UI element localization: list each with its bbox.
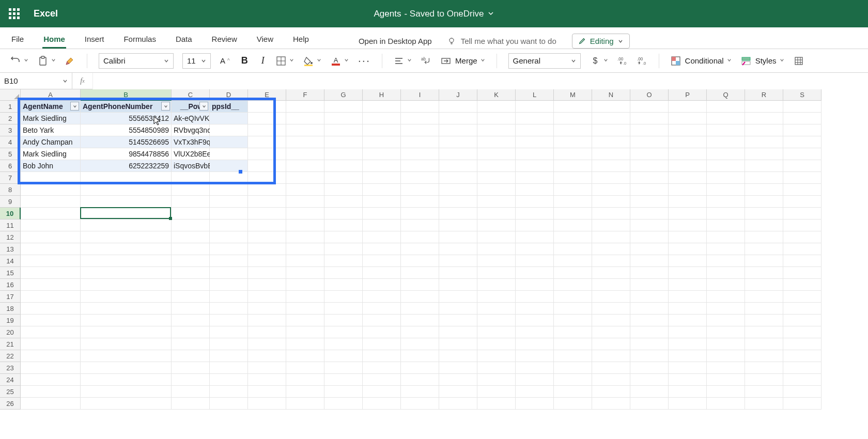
row-header-14[interactable]: 14 xyxy=(0,255,21,267)
cell[interactable] xyxy=(554,398,592,410)
cell[interactable] xyxy=(21,315,81,326)
cell[interactable] xyxy=(745,291,783,303)
cell[interactable] xyxy=(477,148,516,160)
cell[interactable] xyxy=(783,398,822,410)
cell[interactable] xyxy=(363,374,401,386)
cell[interactable] xyxy=(324,148,363,160)
cell[interactable]: AgentName xyxy=(21,101,81,113)
cell[interactable] xyxy=(248,386,286,398)
cell[interactable] xyxy=(21,303,81,315)
cell[interactable] xyxy=(81,326,172,338)
cell[interactable] xyxy=(592,208,630,220)
cell[interactable] xyxy=(630,172,669,184)
cell[interactable] xyxy=(401,326,439,338)
cell[interactable] xyxy=(439,291,477,303)
cell[interactable] xyxy=(401,350,439,362)
cell[interactable] xyxy=(248,148,286,160)
tab-review[interactable]: Review xyxy=(211,35,238,49)
cell[interactable]: 5556532412 xyxy=(81,113,172,124)
cell[interactable] xyxy=(81,172,172,184)
column-header-N[interactable]: N xyxy=(592,89,630,101)
cell[interactable] xyxy=(439,398,477,410)
cell[interactable] xyxy=(630,267,669,279)
chevron-down-icon[interactable] xyxy=(488,10,494,18)
cell[interactable] xyxy=(324,362,363,374)
cell[interactable] xyxy=(477,267,516,279)
cell[interactable] xyxy=(324,338,363,350)
cell[interactable] xyxy=(439,160,477,172)
increase-decimal-button[interactable]: .00.0 xyxy=(617,56,628,66)
cell[interactable] xyxy=(592,386,630,398)
row-header-6[interactable]: 6 xyxy=(0,160,21,172)
column-header-D[interactable]: D xyxy=(210,89,248,101)
cell[interactable] xyxy=(630,279,669,291)
column-header-L[interactable]: L xyxy=(516,89,554,101)
cell[interactable] xyxy=(592,291,630,303)
cell[interactable] xyxy=(172,231,210,243)
cell[interactable] xyxy=(477,231,516,243)
cell[interactable] xyxy=(592,255,630,267)
cell[interactable] xyxy=(516,255,554,267)
grow-font-button[interactable]: A^ xyxy=(220,56,230,65)
cell[interactable] xyxy=(592,113,630,124)
cell[interactable] xyxy=(363,113,401,124)
cell[interactable] xyxy=(669,267,707,279)
cell[interactable] xyxy=(324,160,363,172)
cell[interactable] xyxy=(172,315,210,326)
cell[interactable] xyxy=(783,124,822,136)
column-header-S[interactable]: S xyxy=(783,89,822,101)
cell[interactable] xyxy=(669,136,707,148)
cell[interactable] xyxy=(248,350,286,362)
cell[interactable]: Mark Siedling xyxy=(21,148,81,160)
cell[interactable] xyxy=(248,184,286,196)
cell[interactable] xyxy=(592,136,630,148)
cell[interactable] xyxy=(669,231,707,243)
alignment-button[interactable] xyxy=(394,56,412,66)
cell[interactable] xyxy=(477,220,516,231)
cell[interactable] xyxy=(477,136,516,148)
cell[interactable] xyxy=(81,398,172,410)
cell[interactable] xyxy=(554,338,592,350)
cell[interactable] xyxy=(477,303,516,315)
number-format-select[interactable]: General xyxy=(508,53,581,69)
cell[interactable] xyxy=(516,386,554,398)
cell[interactable] xyxy=(554,243,592,255)
cell[interactable] xyxy=(286,231,324,243)
row-header-20[interactable]: 20 xyxy=(0,326,21,338)
cell[interactable] xyxy=(630,113,669,124)
cell[interactable] xyxy=(592,160,630,172)
cell[interactable] xyxy=(81,255,172,267)
cell[interactable]: __Powe xyxy=(172,101,210,113)
cell[interactable] xyxy=(783,279,822,291)
cell[interactable] xyxy=(248,303,286,315)
cell[interactable] xyxy=(707,184,745,196)
cell[interactable] xyxy=(324,231,363,243)
cell[interactable] xyxy=(363,220,401,231)
cell[interactable] xyxy=(172,172,210,184)
cell[interactable] xyxy=(401,124,439,136)
cell[interactable] xyxy=(286,172,324,184)
cell[interactable] xyxy=(363,303,401,315)
cell[interactable] xyxy=(439,101,477,113)
row-header-15[interactable]: 15 xyxy=(0,267,21,279)
cell[interactable] xyxy=(745,326,783,338)
cell[interactable] xyxy=(516,124,554,136)
cell[interactable] xyxy=(172,220,210,231)
fx-icon[interactable]: fx xyxy=(72,73,93,89)
cell[interactable] xyxy=(707,362,745,374)
cell[interactable] xyxy=(81,374,172,386)
cell[interactable] xyxy=(516,172,554,184)
cell[interactable] xyxy=(707,291,745,303)
cell[interactable] xyxy=(401,303,439,315)
cell[interactable] xyxy=(477,101,516,113)
cell[interactable] xyxy=(554,148,592,160)
cell[interactable] xyxy=(439,362,477,374)
cell[interactable] xyxy=(630,148,669,160)
cell[interactable] xyxy=(324,350,363,362)
cell[interactable] xyxy=(477,243,516,255)
cell[interactable] xyxy=(554,362,592,374)
cell[interactable] xyxy=(81,243,172,255)
cell[interactable] xyxy=(81,267,172,279)
cell[interactable] xyxy=(286,255,324,267)
cell[interactable] xyxy=(745,374,783,386)
